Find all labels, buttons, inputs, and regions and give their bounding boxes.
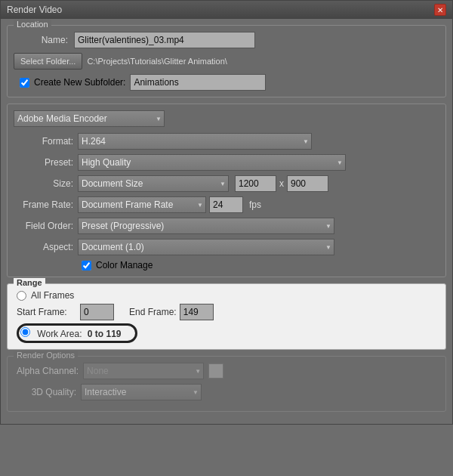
color-manage-row: Color Manage [82,260,439,270]
render-options-label: Render Options [14,351,78,360]
select-folder-button[interactable]: Select Folder... [14,53,82,70]
quality-dropdown-wrapper: Interactive [81,384,202,400]
create-subfolder-label: Create New Subfolder: [34,77,125,88]
preset-row: Preset: High Quality [14,154,439,171]
fieldorder-dropdown-wrapper: Preset (Progressive) [78,218,334,234]
window-title: Render Video [7,5,62,15]
format-label: Format: [14,136,78,147]
alpha-color-box [208,363,223,379]
size-select[interactable]: Document Size [78,175,229,192]
frame-range-row: Start Frame: End Frame: [17,304,436,320]
format-dropdown-wrapper: H.264 [78,133,312,150]
all-frames-radio[interactable] [17,291,26,301]
fieldorder-row: Field Order: Preset (Progressive) [14,218,439,234]
size-row: Size: Document Size x [14,175,439,192]
range-section-label: Range [14,278,45,287]
create-subfolder-checkbox[interactable] [20,78,29,88]
aspect-row: Aspect: Document (1.0) [14,239,439,255]
render-options-section: Render Options Alpha Channel: None 3D Qu… [7,356,446,412]
preset-label: Preset: [14,157,78,168]
aspect-dropdown-wrapper: Document (1.0) [78,239,334,255]
preset-dropdown-wrapper: High Quality [78,154,346,171]
folder-path: C:\Projects\Tutorials\Glitter Animation\ [87,57,226,66]
quality-select[interactable]: Interactive [81,384,202,400]
work-area-radio[interactable] [20,327,30,337]
subfolder-input[interactable] [130,74,266,91]
encoder-section: Adobe Media Encoder Format: H.264 Preset… [7,104,446,277]
fieldorder-label: Field Order: [14,221,78,231]
framerate-row: Frame Rate: Document Frame Rate fps [14,196,439,213]
start-frame-label: Start Frame: [17,307,77,317]
end-frame-input[interactable] [180,304,214,320]
framerate-select[interactable]: Document Frame Rate [78,196,206,213]
alpha-channel-dropdown-wrapper: None [83,363,204,379]
encoder-dropdown-wrapper: Adobe Media Encoder [14,110,165,127]
quality-row: 3D Quality: Interactive [17,384,436,400]
work-area-ellipse: Work Area: 0 to 119 [17,323,137,343]
preset-select[interactable]: High Quality [78,154,346,171]
size-x-separator: x [279,178,284,189]
location-label: Location [14,20,51,29]
alpha-channel-label: Alpha Channel: [17,366,83,376]
fps-input[interactable] [209,196,243,213]
size-label: Size: [14,178,78,189]
format-row: Format: H.264 [14,133,439,150]
encoder-dropdown-row: Adobe Media Encoder [14,110,439,127]
location-section: Location Name: Select Folder... C:\Proje… [7,25,446,97]
size-height-input[interactable] [287,175,328,192]
alpha-channel-select[interactable]: None [83,363,204,379]
size-width-input[interactable] [235,175,276,192]
name-input[interactable] [74,32,255,48]
all-frames-label: All Frames [31,290,74,301]
aspect-select[interactable]: Document (1.0) [78,239,334,255]
framerate-dropdown-wrapper: Document Frame Rate [78,196,206,213]
title-bar: Render Video ✕ [1,1,452,19]
aspect-label: Aspect: [14,242,78,252]
framerate-label: Frame Rate: [14,199,78,210]
format-select[interactable]: H.264 [78,133,312,150]
color-manage-label: Color Manage [96,260,153,270]
range-section: Range All Frames Start Frame: End Frame:… [7,283,446,350]
color-manage-checkbox[interactable] [82,261,91,270]
alpha-channel-row: Alpha Channel: None [17,363,436,379]
all-frames-row: All Frames [17,290,436,301]
render-video-window: Render Video ✕ Render Cancel Location Na… [0,0,453,425]
subfolder-row: Create New Subfolder: [20,74,439,91]
end-frame-label: End Frame: [129,307,177,317]
fieldorder-select[interactable]: Preset (Progressive) [78,218,334,234]
name-row: Name: [14,32,439,48]
work-area-label: Work Area: [37,329,82,339]
folder-row: Select Folder... C:\Projects\Tutorials\G… [14,53,439,70]
close-button[interactable]: ✕ [434,4,446,16]
main-content: Render Cancel Location Name: Select Fold… [1,19,452,424]
quality-label: 3D Quality: [17,387,81,397]
work-area-row: Work Area: 0 to 119 [17,323,436,343]
encoder-select[interactable]: Adobe Media Encoder [14,110,165,127]
size-dropdown-wrapper: Document Size [78,175,229,192]
name-label: Name: [14,35,74,45]
start-frame-input[interactable] [80,304,114,320]
work-area-value: 0 to 119 [88,329,122,339]
fps-label: fps [249,199,261,210]
